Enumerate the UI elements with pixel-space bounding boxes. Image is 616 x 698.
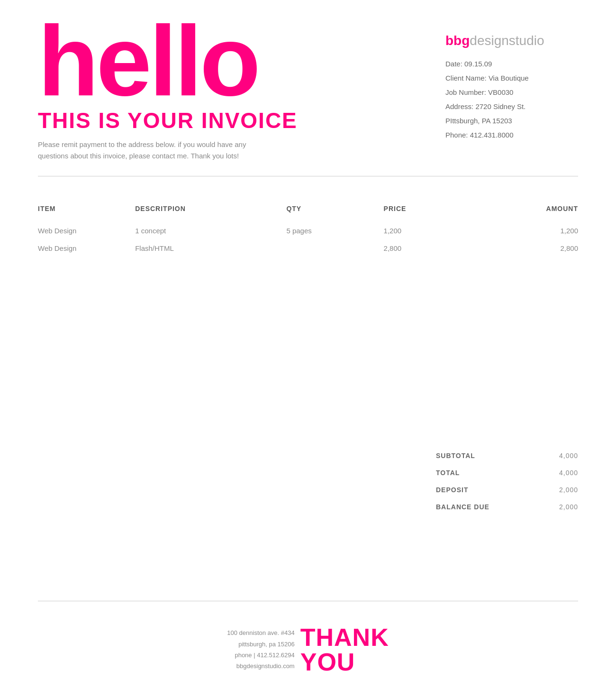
city-line: PIttsburgh, PA 15203 bbox=[445, 114, 578, 128]
address-line: Address: 2720 Sidney St. bbox=[445, 100, 578, 114]
footer-address-line1: 100 denniston ave. #434 bbox=[227, 627, 294, 638]
row1-price: 1,200 bbox=[384, 222, 481, 239]
footer-website: bbgdesignstudio.com bbox=[227, 661, 294, 671]
header-right: bbgdesignstudio Date: 09.15.09 Client Na… bbox=[445, 19, 578, 142]
total-value: 4,000 bbox=[540, 469, 578, 477]
row2-qty bbox=[286, 239, 383, 257]
invoice-footer: 100 denniston ave. #434 pittsburgh, pa 1… bbox=[0, 601, 616, 698]
total-label: TOTAL bbox=[436, 469, 502, 477]
client-label: Client Name: bbox=[445, 74, 487, 82]
invoice-header: hello THIS IS YOUR INVOICE Please remit … bbox=[0, 0, 616, 176]
invoice-page: hello THIS IS YOUR INVOICE Please remit … bbox=[0, 0, 616, 698]
hello-text: hello bbox=[38, 19, 445, 104]
phone-value: 412.431.8000 bbox=[470, 131, 514, 139]
col-qty: QTY bbox=[286, 205, 383, 222]
footer-address-line2: pittsburgh, pa 15206 bbox=[227, 639, 294, 650]
phone-label: Phone: bbox=[445, 131, 468, 139]
deposit-value: 2,000 bbox=[540, 486, 578, 494]
totals-table: SUBTOTAL 4,000 TOTAL 4,000 DEPOSIT 2,000… bbox=[436, 447, 578, 515]
subtotal-value: 4,000 bbox=[540, 452, 578, 459]
balance-row: BALANCE DUE 2,000 bbox=[436, 498, 578, 515]
totals-section: SUBTOTAL 4,000 TOTAL 4,000 DEPOSIT 2,000… bbox=[0, 428, 616, 544]
table-row: Web Design Flash/HTML 2,800 2,800 bbox=[38, 239, 578, 257]
items-section: ITEM DESCRITPION QTY PRICE AMOUNT Web De… bbox=[0, 176, 616, 429]
date-line: Date: 09.15.09 bbox=[445, 57, 578, 71]
table-body: Web Design 1 concept 5 pages 1,200 1,200… bbox=[38, 222, 578, 257]
col-description: DESCRITPION bbox=[135, 205, 286, 222]
table-header: ITEM DESCRITPION QTY PRICE AMOUNT bbox=[38, 205, 578, 222]
subtotal-row: SUBTOTAL 4,000 bbox=[436, 447, 578, 464]
balance-label: BALANCE DUE bbox=[436, 503, 502, 511]
items-table: ITEM DESCRITPION QTY PRICE AMOUNT Web De… bbox=[38, 205, 578, 257]
job-number-line: Job Number: VB0030 bbox=[445, 85, 578, 100]
invoice-subtitle: Please remit payment to the address belo… bbox=[38, 139, 265, 162]
row2-price: 2,800 bbox=[384, 239, 481, 257]
job-label: Job Number: bbox=[445, 88, 486, 96]
balance-value: 2,000 bbox=[540, 503, 578, 511]
client-name-line: Client Name: Via Boutique bbox=[445, 71, 578, 85]
brand-prefix: bbg bbox=[445, 33, 470, 48]
table-row: Web Design 1 concept 5 pages 1,200 1,200 bbox=[38, 222, 578, 239]
footer-phone: phone | 412.512.6294 bbox=[227, 650, 294, 661]
phone-line: Phone: 412.431.8000 bbox=[445, 128, 578, 142]
footer-address: 100 denniston ave. #434 pittsburgh, pa 1… bbox=[227, 627, 294, 672]
thank-you-line2: YOU bbox=[300, 650, 389, 674]
deposit-label: DEPOSIT bbox=[436, 486, 502, 494]
address-label: Address: bbox=[445, 102, 473, 110]
row1-item: Web Design bbox=[38, 222, 135, 239]
header-left: hello THIS IS YOUR INVOICE Please remit … bbox=[38, 19, 445, 162]
col-amount: AMOUNT bbox=[481, 205, 578, 222]
row1-amount: 1,200 bbox=[481, 222, 578, 239]
col-price: PRICE bbox=[384, 205, 481, 222]
client-info: Date: 09.15.09 Client Name: Via Boutique… bbox=[445, 57, 578, 142]
row1-qty: 5 pages bbox=[286, 222, 383, 239]
job-value: VB0030 bbox=[488, 88, 513, 96]
row2-item: Web Design bbox=[38, 239, 135, 257]
client-value: Via Boutique bbox=[489, 74, 529, 82]
row2-amount: 2,800 bbox=[481, 239, 578, 257]
subtotal-label: SUBTOTAL bbox=[436, 452, 502, 459]
deposit-row: DEPOSIT 2,000 bbox=[436, 481, 578, 498]
date-value: 09.15.09 bbox=[464, 60, 492, 68]
row1-description: 1 concept bbox=[135, 222, 286, 239]
thank-you-line1: THANK bbox=[300, 625, 389, 650]
col-item: ITEM bbox=[38, 205, 135, 222]
table-header-row: ITEM DESCRITPION QTY PRICE AMOUNT bbox=[38, 205, 578, 222]
studio-name: bbgdesignstudio bbox=[445, 33, 578, 48]
date-label: Date: bbox=[445, 60, 462, 68]
row2-description: Flash/HTML bbox=[135, 239, 286, 257]
thank-you-text: THANK YOU bbox=[300, 625, 389, 674]
city-value: PIttsburgh, PA 15203 bbox=[445, 117, 512, 125]
invoice-title: THIS IS YOUR INVOICE bbox=[38, 108, 445, 133]
brand-suffix: designstudio bbox=[470, 33, 544, 48]
total-row: TOTAL 4,000 bbox=[436, 464, 578, 481]
address-value: 2720 Sidney St. bbox=[475, 102, 525, 110]
